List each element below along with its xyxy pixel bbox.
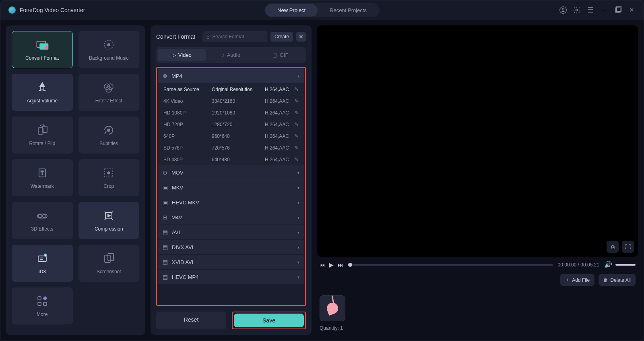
tool-more[interactable]: More xyxy=(12,287,73,324)
user-icon[interactable] xyxy=(559,6,567,14)
format-row[interactable]: HD 1080P1920*1080H.264,AAC✎ xyxy=(158,107,304,119)
edit-icon[interactable]: ✎ xyxy=(289,156,299,162)
tool-adjust-volume[interactable]: Adjust Volume xyxy=(12,74,73,111)
format-group-avi[interactable]: ▤AVI▾ xyxy=(158,225,304,240)
format-list[interactable]: ⊛MP4▴Same as SourceOriginal ResolutionH.… xyxy=(156,67,306,306)
format-group-label: MKV xyxy=(172,185,297,191)
edit-icon[interactable]: ✎ xyxy=(289,145,299,151)
format-group-divx-avi[interactable]: ▤DIVX AVI▾ xyxy=(158,240,304,255)
tab-audio[interactable]: ♪Audio xyxy=(207,49,255,61)
format-icon: ▤ xyxy=(163,259,168,265)
format-icon: ⊟ xyxy=(163,214,167,220)
tool-3d-effects[interactable]: 3D Effects xyxy=(12,202,73,239)
format-group-mov[interactable]: ⊙MOV▾ xyxy=(158,165,304,180)
tool-rotate-flip[interactable]: Rotate / Flip xyxy=(12,116,73,154)
tool-crop[interactable]: Crop xyxy=(78,159,140,196)
window-minimize[interactable]: — xyxy=(600,6,608,14)
fullscreen-icon[interactable]: ⛶ xyxy=(622,241,634,253)
id3-icon xyxy=(35,252,49,265)
menu-icon[interactable]: ☰ xyxy=(586,6,594,14)
tab-new-project[interactable]: New Project xyxy=(265,4,318,17)
format-icon: ▤ xyxy=(163,274,168,280)
format-group-label: DIVX AVI xyxy=(172,244,297,250)
tool-label: 3D Effects xyxy=(31,226,53,232)
svg-point-15 xyxy=(107,129,110,131)
prev-button[interactable]: ⏮ xyxy=(320,262,325,268)
delete-all-button[interactable]: 🗑 Delete All xyxy=(599,274,636,286)
reset-button[interactable]: Reset xyxy=(156,312,226,329)
next-button[interactable]: ⏭ xyxy=(338,262,343,268)
tab-video[interactable]: ▷Video xyxy=(158,49,206,61)
tool-convert-format[interactable]: Convert Format xyxy=(12,31,73,68)
format-group-xvid-avi[interactable]: ▤XVID AVI▾ xyxy=(158,255,304,270)
tool-id3[interactable]: ID3 xyxy=(12,245,73,282)
panel-title: Convert Format xyxy=(156,33,195,40)
add-file-button[interactable]: ＋ Add File xyxy=(560,274,594,286)
tool-label: More xyxy=(37,312,47,317)
volume-icon[interactable]: 🔊 xyxy=(604,261,612,268)
chevron-down-icon: ▾ xyxy=(297,230,299,235)
svg-point-7 xyxy=(45,46,48,50)
search-format-input[interactable] xyxy=(212,34,263,40)
video-preview[interactable]: ⎙ ⛶ xyxy=(317,25,638,257)
svg-point-19 xyxy=(107,172,110,174)
time-display: 00:00:00 / 00:05:21 xyxy=(558,262,599,268)
svg-point-9 xyxy=(107,44,110,46)
svg-rect-25 xyxy=(38,256,46,262)
search-format-wrap[interactable]: ⌕ xyxy=(202,31,267,42)
volume-icon xyxy=(35,81,49,94)
chevron-down-icon: ▾ xyxy=(297,170,299,175)
format-icon: ▤ xyxy=(163,229,168,235)
format-group-hevc-mkv[interactable]: ▣HEVC MKV▾ xyxy=(158,195,304,210)
tool-compression[interactable]: Compression xyxy=(78,202,140,239)
file-thumbnail[interactable] xyxy=(320,295,345,321)
save-button[interactable]: Save xyxy=(234,314,304,327)
tool-background-music[interactable]: Background Music xyxy=(78,31,140,68)
progress-thumb[interactable] xyxy=(348,263,352,267)
format-row[interactable]: HD 720P1280*720H.264,AAC✎ xyxy=(158,119,304,130)
volume-slider[interactable] xyxy=(615,264,636,266)
svg-point-22 xyxy=(43,214,46,218)
tool-watermark[interactable]: TWatermark xyxy=(12,159,73,196)
format-row[interactable]: Same as SourceOriginal ResolutionH.264,A… xyxy=(158,83,304,95)
subtitles-icon xyxy=(102,124,116,137)
svg-point-2 xyxy=(576,9,578,11)
format-icon: ▣ xyxy=(163,184,168,191)
format-group-mp4[interactable]: ⊛MP4▴ xyxy=(158,69,304,83)
close-panel-button[interactable]: ✕ xyxy=(296,32,306,42)
svg-text:T: T xyxy=(41,170,44,176)
tool-screenshot[interactable]: Screenshot xyxy=(78,245,140,282)
chevron-down-icon: ▾ xyxy=(297,260,299,264)
format-group-m4v[interactable]: ⊟M4V▾ xyxy=(158,210,304,225)
more-icon xyxy=(35,295,49,308)
tool-label: Adjust Volume xyxy=(27,98,58,104)
edit-icon[interactable]: ✎ xyxy=(289,86,299,92)
edit-icon[interactable]: ✎ xyxy=(289,110,299,116)
snapshot-icon[interactable]: ⎙ xyxy=(607,241,619,253)
tool-filter-effect[interactable]: Filter / Effect xyxy=(78,74,140,111)
search-icon: ⌕ xyxy=(206,34,210,40)
chevron-down-icon: ▾ xyxy=(297,185,299,190)
tab-gif[interactable]: ▢GIF xyxy=(256,49,304,61)
chevron-down-icon: ▾ xyxy=(297,200,299,205)
progress-bar[interactable] xyxy=(348,264,553,266)
create-button[interactable]: Create xyxy=(270,32,293,42)
format-row[interactable]: SD 576P720*576H.264,AAC✎ xyxy=(158,142,304,154)
play-button[interactable]: ▶ xyxy=(329,262,334,268)
tool-subtitles[interactable]: Subtitles xyxy=(78,116,140,154)
format-resolution: 640*480 xyxy=(212,157,261,162)
format-row[interactable]: SD 480P640*480H.264,AAC✎ xyxy=(158,154,304,165)
window-maximize[interactable] xyxy=(614,6,622,14)
edit-icon[interactable]: ✎ xyxy=(289,98,299,104)
window-close[interactable]: ✕ xyxy=(627,6,636,14)
format-row[interactable]: 640P960*640H.264,AAC✎ xyxy=(158,130,304,142)
screenshot-icon xyxy=(102,252,116,265)
settings-icon[interactable] xyxy=(573,6,581,14)
tab-recent-projects[interactable]: Recent Projects xyxy=(318,4,379,17)
svg-rect-32 xyxy=(43,296,47,300)
edit-icon[interactable]: ✎ xyxy=(289,133,299,139)
format-group-mkv[interactable]: ▣MKV▾ xyxy=(158,180,304,195)
format-group-hevc-mp4[interactable]: ▤HEVC MP4▾ xyxy=(158,270,304,285)
format-row[interactable]: 4K Video3840*2160H.264,AAC✎ xyxy=(158,95,304,107)
edit-icon[interactable]: ✎ xyxy=(289,121,299,127)
